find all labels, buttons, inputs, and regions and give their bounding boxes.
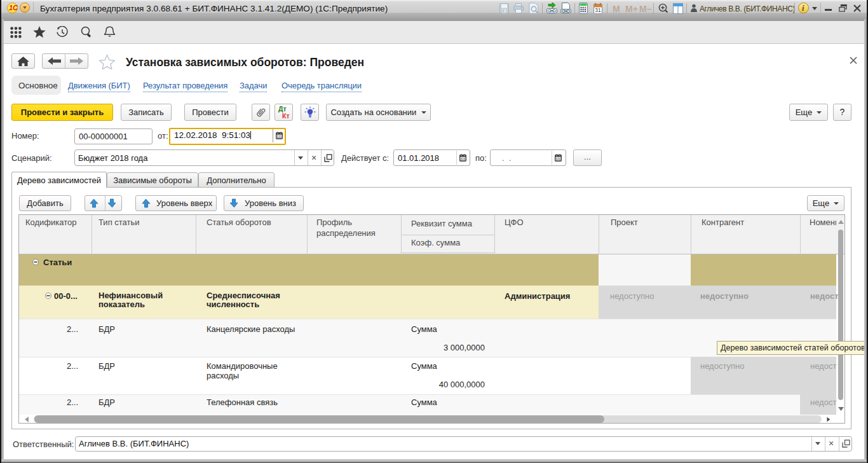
svg-text:31: 31 (595, 7, 601, 13)
